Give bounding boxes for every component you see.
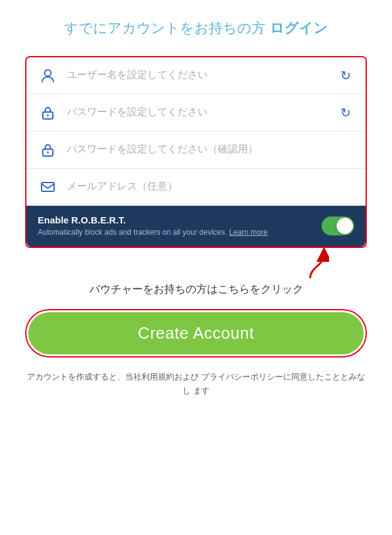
arrow-icon	[291, 248, 329, 279]
robert-toggle-wrapper	[322, 217, 354, 235]
password-row: パスワードを設定してください ↻	[26, 94, 366, 132]
password-refresh[interactable]: ↻	[337, 105, 354, 120]
lock-icon	[38, 104, 58, 121]
registration-form: ユーザー名を設定してください ↻ パスワードを設定してください ↻ パスワー	[25, 56, 367, 248]
toggle-knob	[337, 218, 353, 234]
username-row: ユーザー名を設定してください ↻	[26, 57, 366, 94]
robert-title: Enable R.O.B.E.R.T.	[38, 215, 310, 225]
robert-description: Automatically block ads and trackers on …	[38, 228, 227, 237]
terms-content: アカウントを作成すると、当社利用規約および プライバシーポリシーに同意したことと…	[27, 372, 365, 395]
email-label[interactable]: メールアドレス（任意）	[67, 180, 337, 193]
svg-point-4	[47, 151, 49, 153]
username-label[interactable]: ユーザー名を設定してください	[67, 69, 337, 82]
header-text: すでにアカウントをお持ちの方 ログイン	[64, 19, 327, 38]
robert-text-block: Enable R.O.B.E.R.T. Automatically block …	[38, 215, 310, 238]
lock-confirm-icon	[38, 142, 58, 158]
password-confirm-label[interactable]: パスワードを設定してください（確認用）	[67, 143, 337, 156]
refresh-icon: ↻	[340, 68, 351, 83]
create-account-button[interactable]: Create Account	[28, 312, 364, 354]
svg-point-2	[47, 114, 49, 116]
robert-bar: Enable R.O.B.E.R.T. Automatically block …	[26, 206, 366, 247]
password-confirm-row: パスワードを設定してください（確認用）	[26, 132, 366, 169]
svg-rect-5	[42, 183, 54, 191]
arrow-wrapper	[25, 248, 367, 273]
svg-point-0	[45, 70, 51, 76]
username-refresh[interactable]: ↻	[337, 68, 354, 83]
create-account-wrapper: Create Account	[25, 309, 367, 358]
terms-text: アカウントを作成すると、当社利用規約および プライバシーポリシーに同意したことと…	[25, 370, 367, 398]
robert-desc: Automatically block ads and trackers on …	[38, 227, 310, 238]
voucher-text[interactable]: バウチャーをお持ちの方はこちらをクリック	[89, 282, 303, 296]
refresh-icon-2: ↻	[340, 105, 351, 120]
robert-toggle[interactable]	[322, 217, 354, 235]
email-icon	[38, 179, 58, 195]
password-label[interactable]: パスワードを設定してください	[67, 106, 337, 119]
login-link[interactable]: ログイン	[270, 20, 328, 36]
learn-more-link[interactable]: Learn more	[229, 228, 267, 237]
user-icon	[38, 67, 58, 84]
email-row: メールアドレス（任意）	[26, 169, 366, 206]
header-prefix: すでにアカウントをお持ちの方	[64, 20, 266, 36]
